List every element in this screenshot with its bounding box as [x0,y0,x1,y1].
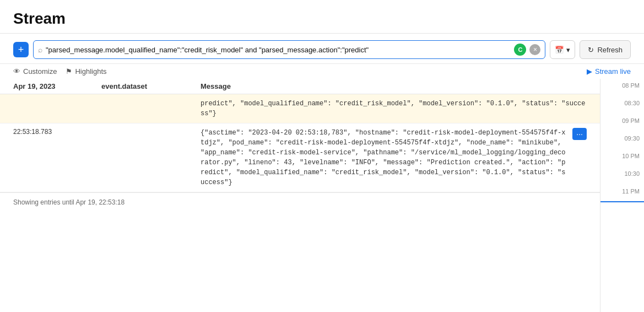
customize-button[interactable]: 👁 Customize [13,67,57,76]
page: Stream + ⌕ C × 📅 ▾ ↻ Refresh 👁 Customize… [0,0,644,312]
clear-search-button[interactable]: × [529,44,540,55]
message-cell: predict", "model_qualified_name": "credi… [201,99,587,119]
time-label: 09 PM [622,117,640,124]
play-icon: ▶ [587,67,592,76]
timeline-entry: 09:30 [600,132,644,149]
calendar-icon: 📅 [555,46,564,54]
refresh-label: Refresh [597,46,623,54]
refresh-button[interactable]: ↻ Refresh [580,40,631,59]
message-cell: {"asctime": "2023-04-20 02:53:18,783", "… [201,128,587,187]
add-button[interactable]: + [13,42,29,57]
search-icon: ⌕ [38,45,42,54]
green-status-icon: C [514,44,526,56]
timeline-entry: 10 PM [600,149,644,167]
stream-live-button[interactable]: ▶ Stream live [587,67,631,76]
row-datetime: 22:53:18.783 [13,128,101,136]
timeline-sidebar: 08 PM 08:30 09 PM 09:30 10 PM 10:30 11 P… [600,79,644,312]
main-content: Apr 19, 2023 event.dataset Message predi… [0,79,644,312]
highlights-button[interactable]: ⚑ Highlights [66,67,106,76]
row-actions-button[interactable]: ··· [572,128,587,140]
table-footer: Showing entries until Apr 19, 22:53:18 [0,192,600,212]
flag-icon: ⚑ [66,67,72,76]
toolbar: + ⌕ C × 📅 ▾ ↻ Refresh [0,34,644,64]
time-label: 11 PM [622,188,640,195]
timeline-entry: 09 PM [600,114,644,132]
timeline-entry: 10:30 [600,167,644,185]
table-row[interactable]: 22:53:18.783 {"asctime": "2023-04-20 02:… [0,123,600,192]
subbar: 👁 Customize ⚑ Highlights ▶ Stream live [0,64,644,79]
time-label: 10:30 [624,170,640,177]
calendar-button[interactable]: 📅 ▾ [550,40,575,59]
time-label: 09:30 [624,135,640,142]
refresh-icon: ↻ [588,46,594,54]
search-wrap: ⌕ C × [33,40,545,59]
row-message: predict", "model_qualified_name": "credi… [201,99,587,119]
col-header-date: Apr 19, 2023 [13,82,101,90]
timeline-entry: 08 PM [600,79,644,96]
time-label: 10 PM [622,153,640,159]
stream-live-label: Stream live [595,67,631,76]
page-title: Stream [13,10,631,28]
row-message: {"asctime": "2023-04-20 02:53:18,783", "… [201,128,568,187]
search-input[interactable] [46,46,511,54]
highlights-label: Highlights [75,67,106,76]
customize-label: Customize [23,67,57,76]
eye-icon: 👁 [13,67,20,76]
chevron-down-icon: ▾ [566,46,570,54]
footer-text: Showing entries until Apr 19, 22:53:18 [13,198,125,206]
table-row: predict", "model_qualified_name": "credi… [0,94,600,123]
row-time: 22:53:18.783 [13,128,101,136]
timeline-entry: 08:30 [600,96,644,114]
timeline-entry-active: 11 PM [600,185,644,202]
header: Stream [0,0,644,34]
time-label: 08:30 [624,100,640,106]
subbar-left: 👁 Customize ⚑ Highlights [13,67,107,76]
time-label: 08 PM [622,82,640,89]
col-header-message: Message [201,82,587,90]
column-headers: Apr 19, 2023 event.dataset Message [0,79,600,94]
table-area: Apr 19, 2023 event.dataset Message predi… [0,79,600,312]
col-header-dataset: event.dataset [101,82,201,90]
